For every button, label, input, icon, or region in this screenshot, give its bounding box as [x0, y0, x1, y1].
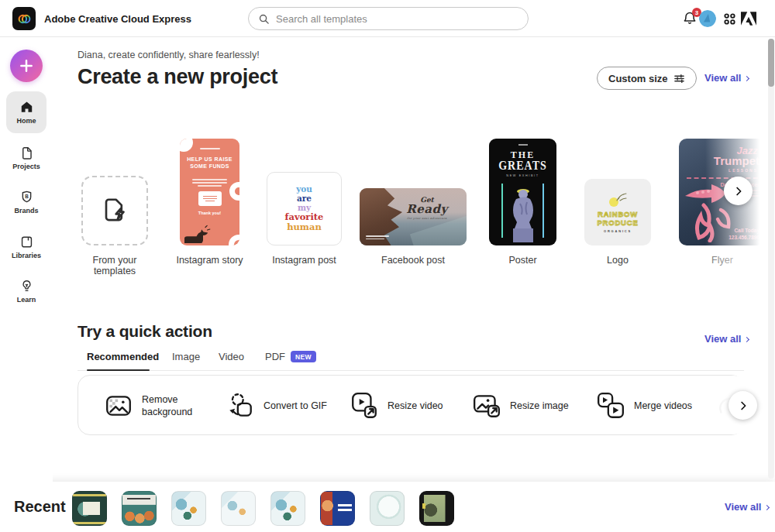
tabs-divider [78, 370, 744, 371]
produce-sketch [606, 191, 629, 208]
quick-actions-title: Try a quick action [78, 322, 212, 341]
decor-button [198, 191, 222, 206]
projects-icon [19, 146, 34, 160]
recent-item-student-election[interactable] [122, 491, 157, 526]
chevron-right-icon [732, 184, 746, 198]
sidebar: Home Projects B Brands Libraries [0, 37, 53, 482]
page-title: Create a new project [78, 65, 277, 89]
view-all-templates-link[interactable]: View all [704, 72, 749, 84]
story-card-footer: Thank you! [180, 211, 239, 215]
quick-action-remove-background[interactable]: Remove background [104, 391, 199, 420]
active-tab-underline [87, 369, 150, 372]
recent-item-circles[interactable] [370, 491, 405, 526]
apps-grid-icon [723, 12, 736, 26]
statue-illustration [499, 180, 547, 242]
svg-text:B: B [25, 194, 29, 199]
top-bar: Adobe Creative Cloud Express 3 [0, 0, 775, 37]
quick-action-merge-videos[interactable]: Merge videos [596, 391, 692, 420]
plus-icon [19, 58, 34, 74]
learn-icon [19, 279, 34, 293]
decor-line [200, 148, 220, 149]
view-all-quick-actions-link[interactable]: View all [704, 333, 749, 345]
libraries-icon [19, 235, 34, 249]
adobe-logo-button[interactable] [741, 0, 756, 37]
tab-recommended[interactable]: Recommended [87, 351, 159, 362]
quick-action-convert-to-gif[interactable]: Convert to GIF [226, 391, 327, 420]
template-label: Instagram post [259, 255, 350, 266]
quick-action-label: Convert to GIF [264, 400, 327, 412]
flyer-card-cta: Call Today [735, 228, 760, 233]
search-bar[interactable] [248, 7, 529, 30]
template-card-instagram-post[interactable]: you are my favorite human [267, 172, 342, 245]
template-card-poster[interactable]: THE GREATS NEW EXHIBIT [489, 139, 556, 245]
story-card-heading: HELP US RAISE SOME FUNDS [184, 156, 235, 170]
sidebar-item-libraries[interactable]: Libraries [6, 226, 46, 268]
app-screen: Adobe Creative Cloud Express 3 [0, 0, 775, 532]
cc-rainbow-icon [17, 12, 32, 26]
template-doc-icon [98, 194, 132, 228]
sidebar-item-learn[interactable]: Learn [6, 270, 46, 312]
chevron-right-icon [744, 75, 749, 81]
brands-icon: B [19, 190, 34, 204]
template-card-flyer[interactable]: Jazz Trumpet LESSONS Daniel Spencer Call… [679, 139, 766, 245]
creative-cloud-logo[interactable] [12, 7, 36, 30]
flyer-card-text: Trumpet [714, 154, 760, 167]
search-icon [258, 13, 270, 25]
avatar-image [699, 10, 716, 27]
sidebar-item-home[interactable]: Home [6, 91, 46, 133]
sidebar-item-brands[interactable]: B Brands [6, 181, 46, 223]
view-all-label: View all [704, 333, 741, 345]
templates-next-button[interactable] [724, 177, 753, 205]
recent-title: Recent [14, 482, 66, 532]
chevron-right-icon [744, 336, 749, 342]
post-card-text: you are my favorite human [285, 185, 324, 232]
recent-bar: Recent View all [0, 482, 775, 532]
template-label: From your templates [74, 255, 156, 276]
quick-actions-next-button[interactable] [728, 391, 757, 420]
view-all-recent-link[interactable]: View all [725, 501, 769, 513]
tab-video[interactable]: Video [219, 351, 244, 362]
sidebar-item-label: Projects [12, 163, 40, 170]
convert-gif-icon [226, 391, 255, 420]
template-card-facebook-post[interactable]: Get Ready for your next adventure [360, 188, 467, 245]
decor-paragraph [192, 179, 227, 187]
apps-grid-button[interactable] [723, 0, 736, 37]
template-label: Logo [577, 255, 659, 266]
poster-card-subtext: NEW EXHIBIT [489, 174, 556, 177]
new-badge: NEW [291, 351, 316, 362]
tab-image[interactable]: Image [172, 351, 200, 362]
logo-card-text: RAINBOW [598, 211, 638, 219]
quick-action-label: Resize video [388, 400, 443, 412]
recent-item-board-meeting[interactable] [72, 491, 107, 526]
logo-card-text: PRODUCE [597, 219, 638, 228]
scrollbar-track [768, 39, 774, 479]
scrollbar-thumb[interactable] [768, 39, 774, 87]
adobe-logo-icon [741, 12, 756, 26]
template-card-logo[interactable]: RAINBOW PRODUCE ORGANICS [584, 179, 651, 245]
tab-pdf[interactable]: PDF NEW [265, 351, 316, 362]
sidebar-item-projects[interactable]: Projects [6, 137, 46, 179]
decor-line [518, 144, 528, 146]
recent-item-vintage-photo[interactable] [419, 491, 454, 526]
notifications-button[interactable]: 3 [682, 11, 699, 28]
app-title: Adobe Creative Cloud Express [44, 0, 191, 37]
flyer-card-text: LESSONS [728, 168, 758, 173]
quick-action-resize-video[interactable]: Resize video [350, 391, 443, 420]
template-card-instagram-story[interactable]: HELP US RAISE SOME FUNDS Thank you! [180, 139, 239, 245]
recent-item-collage-1[interactable] [171, 491, 206, 526]
resize-video-icon [350, 391, 379, 420]
avatar[interactable] [699, 10, 716, 27]
recent-item-collage-2[interactable] [221, 491, 256, 526]
quick-action-resize-image[interactable]: Resize image [472, 391, 569, 420]
recent-item-research-analysis[interactable] [320, 491, 355, 526]
custom-size-button[interactable]: Custom size [597, 67, 697, 90]
create-new-button[interactable] [10, 50, 43, 82]
chevron-right-icon [736, 399, 750, 413]
recent-item-collage-3[interactable] [270, 491, 305, 526]
resize-image-icon [472, 391, 501, 420]
template-label: Facebook post [352, 255, 474, 266]
greeting-text: Diana, create confidently, share fearles… [78, 50, 260, 60]
search-input[interactable] [276, 13, 518, 25]
facebook-card-text: Get Ready for your next adventure [400, 196, 454, 220]
template-card-from-your-templates[interactable] [81, 176, 148, 245]
